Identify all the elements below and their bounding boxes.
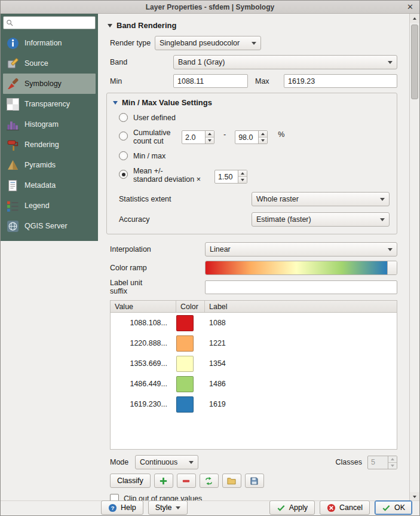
help-button[interactable]: ? Help (101, 500, 143, 515)
color-ramp-select[interactable] (205, 261, 397, 275)
render-type-label: Render type (110, 39, 155, 47)
source-icon (7, 57, 19, 70)
statistics-extent-value: Whole raster (256, 195, 299, 203)
invert-ramp-button[interactable] (200, 474, 219, 488)
scrollbar-track[interactable] (410, 23, 419, 492)
sidebar-item-qgis-server[interactable]: QGIS Server (3, 216, 96, 236)
spin-down-icon[interactable] (206, 138, 214, 143)
row-label: 1221 (205, 339, 397, 347)
sidebar-item-source[interactable]: Source (3, 53, 96, 74)
sidebar-item-label: Metadata (24, 181, 56, 190)
ok-check-icon (382, 503, 391, 512)
sidebar-item-rendering[interactable]: Rendering (3, 135, 96, 155)
std-dev-spinner[interactable]: 1.50 (214, 170, 247, 184)
table-row[interactable]: 1353.669... 1354 (111, 353, 397, 374)
metadata-icon (7, 179, 19, 192)
row-label: 1088 (205, 319, 397, 327)
mean-std-radio[interactable] (119, 170, 128, 179)
cumulative-high-spinner[interactable]: 98.0 (235, 130, 268, 144)
band-select[interactable]: Band 1 (Gray) (173, 55, 397, 69)
user-defined-radio[interactable] (119, 113, 128, 122)
add-class-button[interactable] (154, 474, 173, 488)
table-row[interactable]: 1088.108... 1088 (111, 313, 397, 333)
help-button-label: Help (121, 503, 136, 512)
band-label: Band (110, 58, 173, 66)
color-classes-table[interactable]: Value Color Label 1088.108... 1088 1220.… (110, 300, 397, 450)
qgis-server-icon (7, 220, 19, 233)
vertical-scrollbar[interactable] (409, 14, 419, 502)
ok-button[interactable]: OK (375, 500, 412, 515)
spin-down-icon[interactable] (238, 177, 247, 183)
spin-up-icon[interactable] (259, 131, 267, 138)
max-input[interactable]: 1619.23 (284, 74, 397, 88)
chevron-down-icon (388, 248, 393, 251)
load-color-map-button[interactable] (222, 474, 241, 488)
apply-button[interactable]: Apply (269, 500, 315, 515)
style-menu-button[interactable]: Style (148, 500, 188, 515)
cumulative-high-value: 98.0 (235, 131, 258, 143)
sidebar-item-legend[interactable]: Legend (3, 196, 96, 216)
classify-button[interactable]: Classify (110, 474, 151, 488)
sidebar-item-information[interactable]: Information (3, 33, 96, 53)
table-row[interactable]: 1486.449... 1486 (111, 374, 397, 394)
table-row[interactable]: 1619.230... 1619 (111, 394, 397, 414)
sidebar-item-metadata[interactable]: Metadata (3, 175, 96, 196)
label-unit-suffix-input[interactable] (205, 280, 397, 294)
plus-icon (159, 477, 168, 486)
mode-value: Continuous (140, 458, 177, 466)
search-icon (6, 19, 14, 27)
mode-select[interactable]: Continuous (135, 455, 198, 469)
chevron-down-icon (252, 42, 256, 45)
scrollbar-thumb[interactable] (411, 25, 418, 99)
color-ramp-dropdown[interactable] (387, 261, 397, 274)
sidebar-item-label: Legend (24, 201, 50, 210)
label-unit-suffix-label: Label unit suffix (110, 279, 205, 295)
spin-up-icon[interactable] (206, 131, 214, 138)
transparency-icon (7, 98, 19, 111)
color-column-header[interactable]: Color (176, 301, 205, 312)
spin-down-icon[interactable] (259, 138, 267, 143)
accuracy-select[interactable]: Estimate (faster) (252, 212, 390, 227)
cumulative-low-spinner[interactable]: 2.0 (182, 130, 214, 144)
color-swatch[interactable] (176, 315, 194, 331)
cumulative-count-cut-radio[interactable] (119, 132, 128, 141)
information-icon (7, 37, 19, 50)
symbology-icon (7, 78, 19, 90)
min-max-section-header[interactable]: Min / Max Value Settings (113, 98, 390, 107)
color-swatch[interactable] (176, 335, 194, 352)
close-window-icon[interactable]: ✕ (405, 2, 415, 12)
sidebar-item-histogram[interactable]: Histogram (3, 114, 96, 135)
color-ramp-preview (206, 261, 387, 274)
swap-arrows-icon (204, 477, 213, 486)
interpolation-select[interactable]: Linear (205, 242, 397, 257)
sidebar-item-label: Histogram (24, 120, 59, 129)
remove-class-button[interactable] (177, 474, 196, 488)
min-input[interactable]: 1088.11 (173, 74, 248, 88)
titlebar[interactable]: Layer Properties - sfdem | Symbology ✕ (1, 1, 419, 14)
table-header-row: Value Color Label (111, 301, 397, 313)
table-row[interactable]: 1220.888... 1221 (111, 333, 397, 353)
classes-label: Classes (336, 458, 362, 466)
search-input[interactable] (14, 17, 93, 28)
spin-up-icon[interactable] (238, 170, 247, 177)
sidebar-item-transparency[interactable]: Transparency (3, 94, 96, 114)
scroll-down-icon (413, 496, 416, 498)
sidebar-item-symbology[interactable]: Symbology (3, 74, 96, 94)
color-swatch[interactable] (176, 376, 194, 392)
color-ramp-label: Color ramp (110, 264, 205, 272)
sidebar-item-pyramids[interactable]: Pyramids (3, 155, 96, 175)
render-type-select[interactable]: Singleband pseudocolor (155, 36, 261, 50)
color-swatch[interactable] (176, 356, 194, 372)
svg-text:?: ? (111, 505, 115, 511)
save-color-map-button[interactable] (245, 474, 264, 488)
value-column-header[interactable]: Value (111, 301, 176, 312)
row-value: 1619.230... (111, 400, 176, 408)
sidebar-search[interactable] (3, 16, 96, 29)
cancel-button[interactable]: Cancel (320, 500, 370, 515)
label-column-header[interactable]: Label (205, 301, 397, 312)
statistics-extent-select[interactable]: Whole raster (252, 192, 390, 206)
color-swatch[interactable] (176, 396, 194, 413)
scroll-up-button[interactable] (410, 14, 419, 23)
min-max-radio[interactable] (119, 151, 128, 160)
band-rendering-section-header[interactable]: Band Rendering (108, 21, 397, 30)
